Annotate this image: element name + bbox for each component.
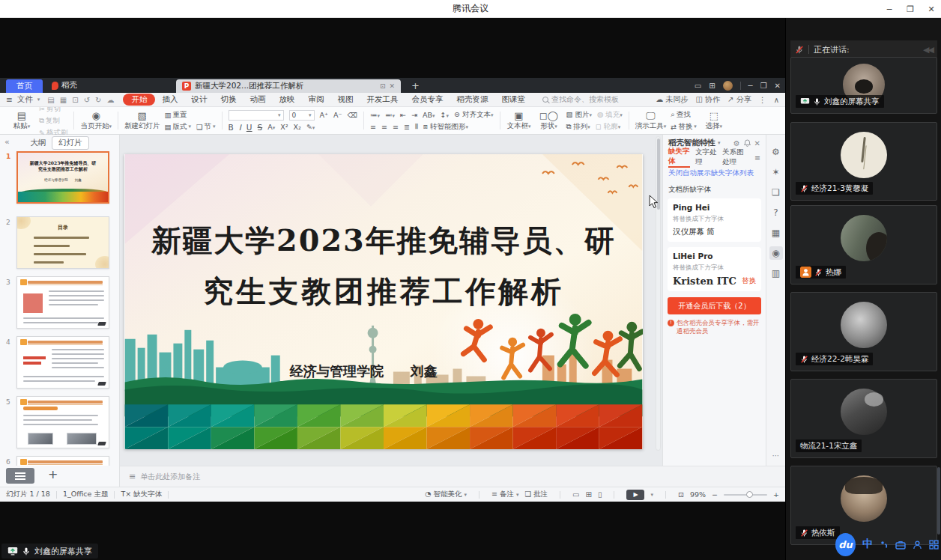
more-tools-icon[interactable]: ⋯ bbox=[772, 451, 780, 460]
play-slideshow-button[interactable]: ▶ bbox=[626, 490, 644, 500]
indent-icon[interactable]: ⇥ bbox=[411, 111, 417, 119]
clear-format-icon[interactable]: ⌫ bbox=[348, 111, 357, 119]
zoom-out-icon[interactable]: − bbox=[712, 490, 718, 499]
fill-button[interactable]: ◍ 填充▾ bbox=[597, 110, 623, 120]
help-icon[interactable]: ? bbox=[769, 206, 783, 219]
ime-account-icon[interactable] bbox=[913, 540, 922, 550]
image-tools-icon[interactable]: ▦ bbox=[769, 226, 783, 240]
menu-tab-transition[interactable]: 切换 bbox=[214, 94, 243, 105]
grid-view-icon[interactable]: ⊞ bbox=[586, 490, 592, 499]
menu-tab-review[interactable]: 审阅 bbox=[301, 94, 330, 105]
print-icon[interactable]: ⊡ bbox=[72, 96, 78, 104]
chevron-down-icon[interactable]: ▾ bbox=[718, 140, 721, 146]
reading-view-icon[interactable]: ▯ bbox=[598, 490, 602, 499]
menu-tab-classroom[interactable]: 图课堂 bbox=[494, 94, 532, 105]
effects-icon[interactable]: ✶ bbox=[769, 165, 783, 179]
select-button[interactable]: ⬚ 选择▾ bbox=[701, 111, 727, 131]
subscript-icon[interactable]: X₂ bbox=[294, 123, 301, 131]
decrease-font-icon[interactable]: A⁻ bbox=[333, 111, 342, 119]
slide[interactable]: 新疆大学2023年推免辅导员、研 究生支教团推荐工作解析 经济与管理学院 刘鑫 bbox=[124, 154, 643, 449]
ime-toolbox-icon[interactable] bbox=[895, 540, 906, 550]
highlight-icon[interactable]: ✎▾ bbox=[306, 123, 315, 131]
save-icon[interactable]: ▤ bbox=[47, 96, 54, 104]
comments-icon[interactable]: ❏ bbox=[769, 186, 783, 199]
textbox-button[interactable]: ▣ 文本框▾ bbox=[506, 111, 532, 131]
menu-tab-home[interactable]: 开始 bbox=[123, 94, 155, 106]
align-left-icon[interactable]: ≡ bbox=[370, 123, 376, 131]
zoom-level[interactable]: 99% bbox=[690, 490, 706, 499]
command-search[interactable]: 查找命令、搜索模板 bbox=[542, 94, 619, 105]
undo-icon[interactable]: ↺ bbox=[84, 96, 90, 104]
italic-button[interactable]: I bbox=[239, 123, 241, 132]
char-spacing-icon[interactable]: AB▾ bbox=[423, 111, 435, 119]
close-panel-icon[interactable]: ✕ bbox=[754, 139, 760, 147]
notes-bar[interactable]: ≡ 单击此处添加备注 bbox=[120, 466, 785, 487]
bold-button[interactable]: B bbox=[229, 123, 234, 132]
tab-wps-home[interactable]: 首页 bbox=[6, 79, 43, 93]
new-slide-button[interactable]: ▧ 新建幻灯片 bbox=[124, 111, 160, 131]
menu-tab-slideshow[interactable]: 放映 bbox=[272, 94, 301, 105]
zoom-in-icon[interactable]: + bbox=[773, 490, 779, 499]
download-after-membership-button[interactable]: 开通会员后下载（2） bbox=[668, 297, 761, 314]
file-menu[interactable]: 文件 bbox=[17, 94, 33, 105]
shapes-button[interactable]: ◻◯ 形状▾ bbox=[536, 111, 562, 131]
export-icon[interactable]: ▦ bbox=[60, 96, 67, 104]
replace-button[interactable]: ⇄ 替换▾ bbox=[671, 122, 696, 132]
notes-toggle-button[interactable]: ≡ 备注 ▾ bbox=[491, 490, 519, 499]
reader-icon[interactable]: ▥ bbox=[769, 267, 783, 280]
copy-button[interactable]: ⧉ 复制 bbox=[39, 116, 67, 126]
ime-voice-icon[interactable] bbox=[880, 540, 889, 549]
tab-close-icon[interactable]: ✕ bbox=[389, 82, 395, 90]
collapse-ribbon-icon[interactable]: ∧ bbox=[774, 96, 779, 104]
theme-name[interactable]: 1_Office 主题 bbox=[63, 490, 109, 499]
workspace-grid-icon[interactable]: ⊞ bbox=[709, 82, 715, 90]
tab-text-processing[interactable]: 文字处理 bbox=[695, 147, 717, 167]
menu-tab-view[interactable]: 视图 bbox=[330, 94, 360, 105]
section-button[interactable]: ❏ 节▾ bbox=[196, 122, 216, 132]
minimize-icon[interactable]: ─ bbox=[884, 4, 895, 14]
superscript-icon[interactable]: X² bbox=[280, 123, 288, 131]
columns-icon[interactable]: ⫴ bbox=[415, 122, 418, 131]
numbering-icon[interactable]: ≕▾ bbox=[385, 111, 395, 119]
slide-thumbnail-2[interactable]: 目录 bbox=[16, 216, 109, 269]
underline-button[interactable]: U bbox=[246, 123, 252, 132]
ime-logo[interactable]: du bbox=[835, 533, 856, 556]
participant-tile[interactable]: 经济22-2韩昊霖 bbox=[790, 292, 937, 371]
properties-icon[interactable]: ⚙ bbox=[769, 145, 783, 159]
missing-font-card-1[interactable]: Ping Hei 将替换成下方字体 汉仪屏幕 简 bbox=[668, 198, 761, 242]
paste-button[interactable]: ▤ 粘贴▾ bbox=[9, 111, 34, 131]
arrange-button[interactable]: ⧉ 排列▾ bbox=[566, 122, 590, 132]
menu-tab-animation[interactable]: 动画 bbox=[243, 94, 272, 105]
slide-thumbnail-5[interactable] bbox=[16, 396, 109, 448]
align-text-button[interactable]: ⊜ 对齐文本▾ bbox=[454, 110, 494, 120]
menu-tab-membership[interactable]: 会员专享 bbox=[405, 94, 450, 105]
collab-button[interactable]: ◫ 协作 bbox=[695, 94, 720, 105]
menu-tab-design[interactable]: 设计 bbox=[184, 94, 214, 105]
participant-tile[interactable]: 物流21-1宋立鑫 bbox=[790, 379, 937, 458]
wps-minimize-icon[interactable]: ─ bbox=[748, 82, 753, 90]
slide-thumbnail-1[interactable]: 新疆大学2023年推免辅导员、研究生支教团推荐工作解析 经济与管理学院 刘鑫 bbox=[16, 151, 109, 204]
font-color-icon[interactable]: A▾ bbox=[267, 123, 275, 131]
participant-tile[interactable]: 经济21-3黄馨凝 bbox=[790, 122, 937, 201]
line-spacing-icon[interactable]: ↕▾ bbox=[441, 111, 449, 119]
align-right-icon[interactable]: ≡ bbox=[393, 123, 399, 131]
menu-tab-docer-resources[interactable]: 稻壳资源 bbox=[450, 94, 494, 105]
normal-view-icon[interactable]: ▭ bbox=[572, 490, 579, 499]
participants-scrollbar[interactable] bbox=[937, 467, 940, 535]
missing-font-card-2[interactable]: LiHei Pro 将替换成下方字体 Kristen ITC 替换 bbox=[668, 247, 761, 291]
play-from-page-button[interactable]: ◉ 当页开始▾ bbox=[80, 111, 112, 131]
restore-icon[interactable]: ❐ bbox=[905, 4, 916, 14]
collapse-panel-icon[interactable]: « bbox=[4, 137, 10, 147]
zoom-slider[interactable] bbox=[724, 494, 767, 496]
ime-grid-icon[interactable] bbox=[929, 540, 939, 550]
new-tab-button[interactable]: + bbox=[411, 80, 420, 91]
participant-tile[interactable]: 热娜 bbox=[790, 205, 937, 284]
bell-icon[interactable] bbox=[744, 139, 751, 147]
slide-thumbnail-6[interactable] bbox=[16, 456, 109, 466]
outline-button[interactable]: ◻ 轮廓▾ bbox=[596, 122, 620, 132]
tab-slides[interactable]: 幻灯片 bbox=[52, 136, 89, 150]
smart-beautify-button[interactable]: ◔ 智能美化 ▾ bbox=[425, 490, 467, 499]
tab-outline[interactable]: 大纲 bbox=[30, 138, 46, 148]
outdent-icon[interactable]: ⇤ bbox=[400, 111, 406, 119]
replace-font-link[interactable]: 替换 bbox=[742, 276, 756, 286]
